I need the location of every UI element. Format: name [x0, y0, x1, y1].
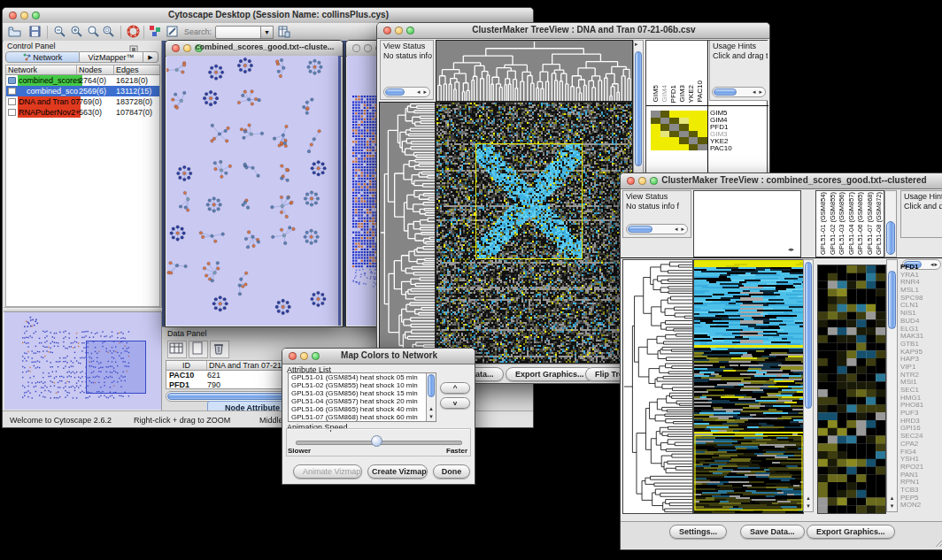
close-icon[interactable]: [289, 352, 297, 360]
zoom-out-icon[interactable]: [53, 25, 66, 38]
zoom-heatmap-cell[interactable]: [651, 131, 660, 138]
zoom-heatmap-cell[interactable]: [660, 131, 670, 138]
zoom-heatmap-grid[interactable]: [651, 111, 707, 150]
zoom-heatmap-cell[interactable]: [660, 144, 670, 151]
scroll-arrows-icon[interactable]: ◂ ▸: [675, 226, 685, 233]
zoom-heatmap-cell[interactable]: [651, 124, 660, 131]
zoom-heatmap-cell[interactable]: [689, 118, 699, 125]
col-edges[interactable]: Edges: [114, 65, 159, 75]
speed-slider-thumb[interactable]: [371, 435, 382, 447]
minimize-icon[interactable]: [183, 44, 191, 52]
minimize-icon[interactable]: [638, 177, 646, 185]
scroll-arrows-icon[interactable]: ◂ ▸: [417, 88, 428, 96]
row-dendrogram-canvas[interactable]: [380, 103, 435, 363]
zoom-in-icon[interactable]: [70, 25, 83, 38]
attribute-listbox[interactable]: GPL51-01 (GSM854) heat shock 05 minGPL51…: [288, 372, 436, 422]
tab-vizmapper[interactable]: VizMapper™: [80, 51, 143, 63]
close-icon[interactable]: [352, 44, 360, 52]
col-network[interactable]: Network: [6, 65, 77, 75]
zoom-heatmap-cell[interactable]: [679, 137, 689, 144]
col-nodes[interactable]: Nodes: [77, 65, 114, 75]
zoom-heatmap-cell[interactable]: [660, 118, 670, 125]
network-list-row[interactable]: DNA and Tran 07769(0)183728(0): [6, 96, 159, 107]
row-dendrogram-canvas[interactable]: [623, 260, 692, 513]
view-status-scrollbar[interactable]: ◂ ▸: [626, 224, 688, 234]
network-tree-table[interactable]: Network Nodes Edges combined_scores2764(…: [5, 65, 160, 307]
scroll-down-icon[interactable]: ▾: [427, 413, 436, 420]
close-icon[interactable]: [383, 27, 391, 35]
minimize-icon[interactable]: [20, 12, 28, 19]
network-list-row[interactable]: combined_scores2764(0)16218(0): [6, 75, 159, 86]
move-up-button[interactable]: ^: [440, 382, 470, 394]
scroll-up-icon[interactable]: ▴: [427, 405, 436, 412]
zoom-heatmap-cell[interactable]: [660, 111, 670, 118]
zoom-heatmap-cell[interactable]: [669, 124, 679, 131]
zoom-heatmap-cell[interactable]: [660, 137, 670, 144]
attribute-list-item[interactable]: GPL51-06 (GSM865) heat shock 40 min: [289, 405, 436, 413]
close-icon[interactable]: [627, 177, 635, 185]
attribute-list-item[interactable]: GPL51-07 (GSM868) heat shock 60 min: [289, 413, 436, 421]
button-export-graphics[interactable]: Export Graphics...: [807, 525, 895, 539]
column-dendrogram-canvas[interactable]: [436, 41, 632, 101]
zoom-heatmap-cell[interactable]: [698, 118, 707, 125]
zoom-heatmap-cell[interactable]: [698, 124, 707, 131]
create-vizmap-button[interactable]: Create Vizmap: [367, 464, 428, 479]
close-icon[interactable]: [172, 44, 180, 52]
network-list-row[interactable]: combined_sco2569(6)13112(15): [6, 86, 159, 96]
treeview-window-combined[interactable]: ClusterMaker TreeView : combined_scores_…: [620, 173, 942, 550]
network-overview-panel[interactable]: [4, 312, 161, 410]
zoom-heatmap-cell[interactable]: [651, 144, 660, 151]
zoom-heatmap-cell[interactable]: [698, 131, 707, 138]
zoom-heatmap-cell[interactable]: [689, 144, 699, 151]
usage-hints-scrollbar[interactable]: ◂ ▸: [712, 87, 766, 97]
attribute-list-item[interactable]: GPL51-01 (GSM854) heat shock 05 min: [289, 373, 436, 381]
minimize-icon[interactable]: [395, 27, 403, 35]
heatmap-vscrollbar[interactable]: ▴ ▾: [803, 259, 814, 512]
scroll-down-icon[interactable]: ▾: [887, 502, 897, 510]
zoom-selected-icon[interactable]: [87, 25, 100, 38]
expand-arrow-icon[interactable]: ▸: [635, 41, 638, 48]
zoom-heatmap-cell[interactable]: [651, 118, 660, 125]
open-session-icon[interactable]: [8, 25, 21, 38]
help-icon[interactable]: [127, 25, 140, 38]
table-mode-icon[interactable]: [167, 341, 187, 358]
annotation-icon[interactable]: [166, 25, 179, 38]
column-dendrogram-area[interactable]: [693, 190, 801, 257]
view-status-scrollbar[interactable]: ◂ ▸: [383, 87, 430, 97]
scroll-arrows-icon[interactable]: ◂ ▸: [753, 88, 763, 96]
zoom-heatmap-cell[interactable]: [698, 144, 707, 151]
animate-vizmap-button[interactable]: Animate Vizmap: [293, 464, 362, 479]
scroll-arrows-icon[interactable]: ◂▸: [788, 246, 794, 253]
zoom-heatmap-cell[interactable]: [689, 124, 699, 131]
zoom-vscrollbar[interactable]: ▴ ▾: [886, 259, 898, 512]
tab-overflow-button[interactable]: ▶: [143, 51, 158, 63]
attribute-list-item[interactable]: GPL51-03 (GSM856) heat shock 15 min: [289, 389, 436, 397]
zoom-heatmap-cell[interactable]: [689, 131, 699, 138]
zoom-heatmap-cell[interactable]: [679, 111, 689, 118]
done-button[interactable]: Done: [433, 464, 470, 479]
zoom-heatmap-cell[interactable]: [689, 137, 699, 144]
new-attribute-icon[interactable]: [189, 341, 208, 358]
zoom-heatmap-cell[interactable]: [651, 137, 660, 144]
minimize-icon[interactable]: [300, 352, 308, 360]
scroll-up-icon[interactable]: ▴: [804, 495, 813, 502]
scroll-up-icon[interactable]: ▴: [887, 495, 897, 502]
minimize-icon[interactable]: [364, 44, 372, 52]
global-heatmap-canvas[interactable]: [436, 103, 632, 363]
network-table-header[interactable]: Network Nodes Edges: [6, 65, 159, 75]
overview-viewport-rect[interactable]: [86, 341, 146, 394]
zoom-heatmap-cell[interactable]: [669, 137, 679, 144]
network-graph-canvas[interactable]: [166, 56, 338, 326]
tab-network[interactable]: Network: [5, 51, 80, 63]
zoom-heatmap-cell[interactable]: [669, 144, 679, 151]
delete-attribute-icon[interactable]: [210, 341, 229, 358]
zoom-heatmap-cell[interactable]: [660, 124, 670, 131]
move-down-button[interactable]: v: [440, 397, 470, 409]
save-session-icon[interactable]: [28, 25, 42, 38]
zoom-fit-icon[interactable]: [102, 25, 115, 38]
attribute-list-item[interactable]: GPL51-04 (GSM857) heat shock 20 min: [289, 397, 436, 405]
zoom-heatmap-cell[interactable]: [679, 118, 689, 125]
zoom-heatmap-cell[interactable]: [651, 111, 660, 118]
zoom-heatmap-cell[interactable]: [669, 111, 679, 118]
close-icon[interactable]: [9, 12, 17, 19]
